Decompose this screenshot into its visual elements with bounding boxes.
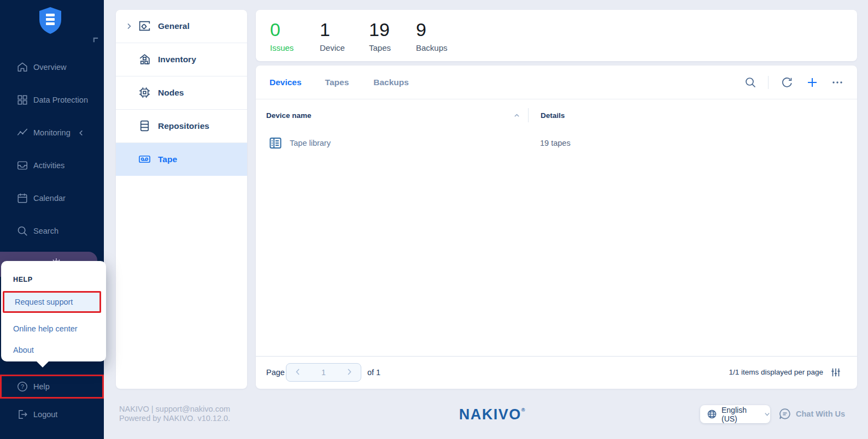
chat-bubble-icon [778, 407, 791, 420]
pagination-bar: Page 1 of 1 1/1 items displayed per page [256, 356, 857, 389]
sidebar-item-help[interactable]: ? Help [0, 376, 104, 398]
sidebar-item-search[interactable]: Search [0, 220, 104, 242]
stat-value: 1 [320, 20, 355, 39]
next-page-icon[interactable] [345, 368, 353, 376]
sidebar-item-logout[interactable]: Logout [0, 404, 104, 425]
page-label: Page [266, 368, 285, 377]
search-icon[interactable] [744, 76, 757, 89]
menu-item-label: About [13, 346, 34, 354]
settings-nav-label: Inventory [158, 55, 196, 64]
page-of-label: of 1 [367, 368, 380, 377]
tape-library-icon [268, 135, 283, 151]
stat-value: 9 [416, 20, 451, 39]
sidebar-item-label: Calendar [33, 194, 66, 203]
menu-item-request-support[interactable]: Request support [3, 291, 101, 313]
menu-item-label: Request support [15, 298, 73, 306]
stat-device: 1 Device [320, 19, 355, 52]
more-options-icon[interactable] [831, 76, 844, 89]
stat-backups: 9 Backups [416, 19, 451, 52]
sidebar-item-overview[interactable]: Overview [0, 56, 104, 78]
table-header: Device name Details [256, 99, 857, 131]
chevron-down-icon [764, 411, 770, 417]
sidebar: Overview Data Protection Monitoring [0, 0, 104, 439]
menu-item-online-help-center[interactable]: Online help center [1, 318, 106, 340]
menu-item-about[interactable]: About [1, 339, 106, 361]
tab-tapes[interactable]: Tapes [325, 78, 349, 87]
tab-devices[interactable]: Devices [269, 78, 302, 87]
chat-label: Chat With Us [796, 410, 845, 418]
logout-icon [16, 408, 28, 420]
sidebar-item-activities[interactable]: Activities [0, 155, 104, 176]
chevron-left-icon[interactable] [78, 130, 84, 136]
calendar-icon [16, 192, 28, 204]
stat-issues: 0 Issues [270, 19, 305, 52]
sidebar-item-monitoring[interactable]: Monitoring [0, 122, 104, 144]
chat-with-us-button[interactable]: Chat With Us [778, 407, 845, 420]
menu-item-label: Online help center [13, 324, 78, 333]
refresh-icon[interactable] [781, 76, 794, 89]
toolbar-divider [768, 76, 769, 89]
help-popup-title: HELP [13, 276, 33, 283]
stat-label: Backups [416, 43, 451, 52]
general-settings-icon [138, 19, 152, 33]
monitoring-chart-icon [16, 127, 28, 139]
tab-backups[interactable]: Backups [373, 78, 409, 87]
sidebar-collapse-icon[interactable] [93, 37, 99, 43]
column-header-details[interactable]: Details [541, 111, 565, 120]
sidebar-item-label: Activities [33, 161, 64, 170]
sidebar-item-label: Overview [33, 63, 66, 72]
table-row[interactable]: Tape library 19 tapes [256, 131, 857, 157]
help-popup-menu: HELP Request support Online help center … [1, 261, 106, 361]
page-stepper[interactable]: 1 [286, 363, 361, 382]
device-name-link[interactable]: Tape library [290, 139, 331, 147]
sidebar-item-label: Data Protection [33, 96, 88, 104]
add-icon[interactable] [806, 76, 819, 89]
nodes-chip-icon [138, 86, 152, 100]
settings-nav-nodes[interactable]: Nodes [116, 76, 247, 110]
tape-devices-panel: Devices Tapes Backups Device name [256, 66, 857, 389]
inbox-icon [16, 159, 28, 171]
settings-nav-label: Nodes [158, 88, 184, 98]
device-details: 19 tapes [540, 139, 571, 147]
help-icon: ? [16, 381, 28, 393]
popup-pointer [36, 361, 49, 367]
language-selector[interactable]: English (US) [700, 405, 770, 423]
settings-nav-label: General [158, 21, 190, 31]
stat-label: Tapes [369, 43, 404, 52]
settings-nav-inventory[interactable]: Inventory [116, 43, 247, 76]
column-divider [528, 108, 529, 122]
settings-nav-tape[interactable]: Tape [116, 143, 247, 176]
items-per-page-info: 1/1 items displayed per page [729, 368, 823, 376]
summary-stats-card: 0 Issues 1 Device 19 Tapes 9 Backups [256, 10, 857, 61]
stat-value: 19 [369, 20, 404, 39]
sidebar-item-label: Logout [33, 410, 57, 419]
sort-ascending-icon[interactable] [513, 112, 520, 119]
nakivo-shield-logo [37, 7, 63, 35]
sidebar-item-label: Help [33, 382, 50, 391]
sidebar-item-label: Search [33, 227, 58, 235]
tape-cassette-icon [138, 152, 152, 167]
chevron-right-icon[interactable] [126, 23, 133, 29]
svg-text:?: ? [21, 383, 24, 390]
settings-nav-repositories[interactable]: Repositories [116, 110, 247, 143]
settings-nav-label: Tape [158, 155, 177, 164]
stat-label: Issues [270, 43, 305, 52]
stat-value: 0 [270, 20, 305, 39]
registered-mark: ® [521, 407, 525, 413]
settings-nav-general[interactable]: General [116, 10, 247, 43]
home-icon [16, 61, 28, 73]
panel-toolbar [744, 66, 844, 99]
page-size-settings-icon[interactable] [830, 366, 842, 378]
sidebar-item-calendar[interactable]: Calendar [0, 187, 104, 209]
column-header-device-name[interactable]: Device name [266, 111, 312, 120]
inventory-icon [138, 52, 152, 67]
sidebar-item-label: Monitoring [33, 128, 71, 137]
search-icon [16, 225, 28, 237]
grid-icon [16, 94, 28, 106]
stat-tapes: 19 Tapes [369, 19, 404, 52]
settings-nav-panel: General Inventory Nodes [116, 10, 247, 389]
stat-label: Device [320, 43, 355, 52]
sidebar-item-data-protection[interactable]: Data Protection [0, 89, 104, 111]
language-value: English (US) [722, 406, 761, 423]
globe-icon [707, 409, 717, 419]
